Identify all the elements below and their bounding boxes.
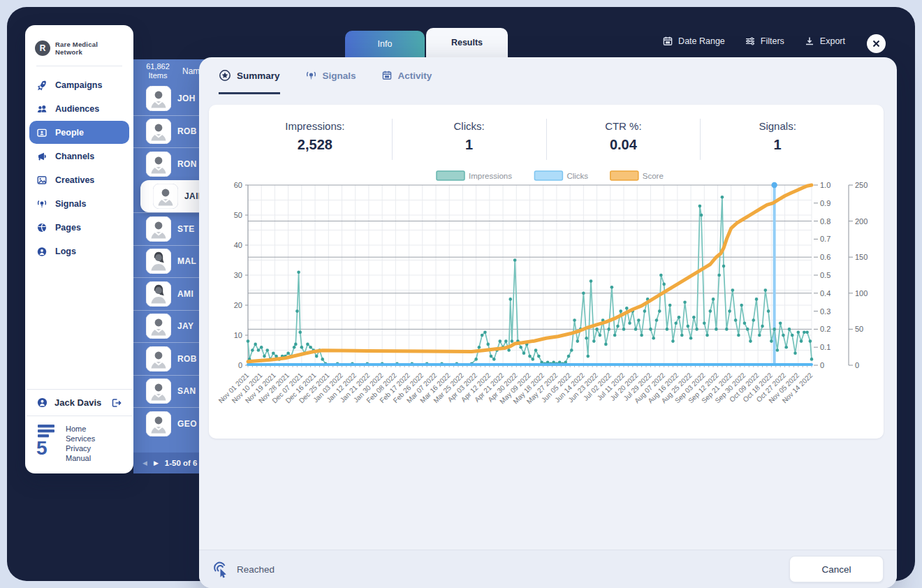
summary-card: Impressions:2,528Clicks:1CTR %:0.04Signa… — [209, 105, 884, 439]
person-name: AMI — [177, 289, 193, 299]
avatar — [146, 249, 171, 274]
svg-text:0: 0 — [820, 361, 824, 369]
svg-text:20: 20 — [234, 301, 242, 309]
svg-text:10: 10 — [234, 331, 242, 339]
person-name: JOH — [177, 94, 196, 103]
stat-label: Impressions: — [238, 120, 392, 132]
sidebar-item-label: Channels — [55, 152, 94, 161]
tab-signals[interactable]: Signals — [305, 57, 356, 94]
svg-text:100: 100 — [855, 289, 868, 297]
avatar — [153, 184, 178, 209]
close-button[interactable] — [867, 34, 886, 53]
stat-label: Signals: — [701, 120, 854, 132]
svg-text:0.8: 0.8 — [820, 217, 830, 226]
avatar — [146, 314, 171, 339]
user-circle-icon — [36, 397, 48, 409]
person-name: SAN — [177, 386, 196, 396]
tab-info[interactable]: Info — [345, 31, 425, 57]
sidebar-item-campaigns[interactable]: Campaigns — [29, 73, 129, 96]
stats-row: Impressions:2,528Clicks:1CTR %:0.04Signa… — [209, 105, 884, 163]
previous-page-icon[interactable]: ◀ — [142, 460, 147, 466]
pagination-label: 1-50 of 6 — [165, 459, 198, 467]
avatar — [146, 378, 171, 404]
sidebar-item-creatives[interactable]: Creatives — [29, 168, 129, 191]
svg-text:0.9: 0.9 — [820, 199, 830, 207]
svg-text:0.4: 0.4 — [820, 289, 830, 297]
brand: R Rare Medical Network — [25, 38, 133, 66]
sidebar-menu: CampaignsAudiencesPeopleChannelsCreative… — [25, 73, 133, 263]
footer-brand-block: 5 HomeServicesPrivacyManual — [27, 416, 132, 464]
action-export[interactable]: Export — [804, 36, 845, 47]
sidebar-item-label: Creatives — [55, 175, 94, 185]
signal-lamp-icon — [36, 198, 47, 210]
avatar — [146, 281, 171, 307]
star-circle-icon — [219, 69, 231, 82]
download-icon — [804, 36, 815, 47]
id-card-icon — [36, 127, 47, 138]
svg-text:150: 150 — [855, 253, 868, 261]
stat-impressions: Impressions:2,528 — [238, 119, 392, 160]
person-name: RON — [177, 159, 197, 169]
calendar-icon — [381, 70, 393, 81]
svg-text:0.5: 0.5 — [820, 271, 830, 279]
logout-button[interactable] — [110, 397, 122, 409]
avatar — [146, 152, 171, 177]
svg-text:1.0: 1.0 — [820, 181, 830, 189]
sidebar-item-people[interactable]: People — [29, 121, 129, 144]
avatar — [146, 411, 171, 436]
items-count-label: Items — [142, 71, 174, 80]
svg-text:Clicks: Clicks — [566, 172, 588, 180]
avatar — [146, 346, 171, 372]
svg-text:Score: Score — [643, 172, 664, 180]
user-row: Jack Davis — [27, 389, 132, 416]
calendar-icon — [662, 36, 673, 47]
results-modal: SummarySignalsActivity Impressions:2,528… — [199, 57, 897, 588]
tab-activity[interactable]: Activity — [381, 57, 432, 94]
person-name: ROB — [177, 354, 197, 364]
svg-text:5: 5 — [36, 437, 47, 457]
svg-text:30: 30 — [234, 271, 242, 279]
sidebar-item-signals[interactable]: Signals — [29, 192, 129, 215]
action-label: Export — [820, 36, 845, 46]
sidebar-item-label: Audiences — [55, 104, 99, 114]
cancel-button[interactable]: Cancel — [789, 556, 884, 582]
action-date-range[interactable]: Date Range — [662, 36, 725, 47]
legend-item-score[interactable]: Score — [610, 171, 664, 180]
svg-text:0.6: 0.6 — [820, 253, 830, 261]
stat-value: 1 — [701, 137, 854, 153]
rocket-icon — [36, 80, 47, 91]
stat-value: 0.04 — [547, 137, 701, 153]
footer-link-home[interactable]: Home — [66, 425, 95, 433]
sidebar-item-audiences[interactable]: Audiences — [29, 97, 129, 120]
stat-label: Clicks: — [393, 120, 546, 132]
sidebar-item-pages[interactable]: Pages — [29, 216, 129, 239]
action-label: Date Range — [678, 36, 725, 46]
next-page-icon[interactable]: ▶ — [154, 460, 159, 466]
reached-label: Reached — [237, 564, 275, 575]
cursor-click-icon — [212, 560, 230, 578]
tab-results[interactable]: Results — [426, 28, 508, 57]
svg-text:40: 40 — [234, 241, 242, 249]
tab-summary[interactable]: Summary — [219, 57, 280, 94]
svg-text:0.3: 0.3 — [820, 307, 830, 316]
footer-link-privacy[interactable]: Privacy — [66, 444, 95, 453]
svg-text:Impressions: Impressions — [469, 172, 512, 180]
legend-item-impressions[interactable]: Impressions — [437, 171, 512, 180]
footer-link-manual[interactable]: Manual — [66, 454, 95, 462]
sidebar-item-logs[interactable]: Logs — [29, 240, 129, 263]
divider — [36, 66, 122, 66]
tab-results-label: Results — [451, 38, 483, 47]
svg-text:200: 200 — [855, 217, 868, 226]
action-filters[interactable]: Filters — [745, 36, 784, 47]
sidebar-item-channels[interactable]: Channels — [29, 145, 129, 168]
tab-label: Activity — [398, 71, 432, 81]
person-name: GEO — [177, 419, 197, 429]
svg-text:0.7: 0.7 — [820, 235, 830, 243]
legend-item-clicks[interactable]: Clicks — [534, 171, 588, 180]
person-name: MAL — [177, 256, 196, 266]
name-column-header: Nam — [182, 66, 200, 76]
avatar — [146, 119, 171, 144]
person-name: ROB — [177, 126, 197, 136]
footer-link-services[interactable]: Services — [66, 434, 95, 443]
metrics-chart: 0102030405060Nov 01 2021Nov 10 2021Nov 1… — [209, 163, 884, 410]
